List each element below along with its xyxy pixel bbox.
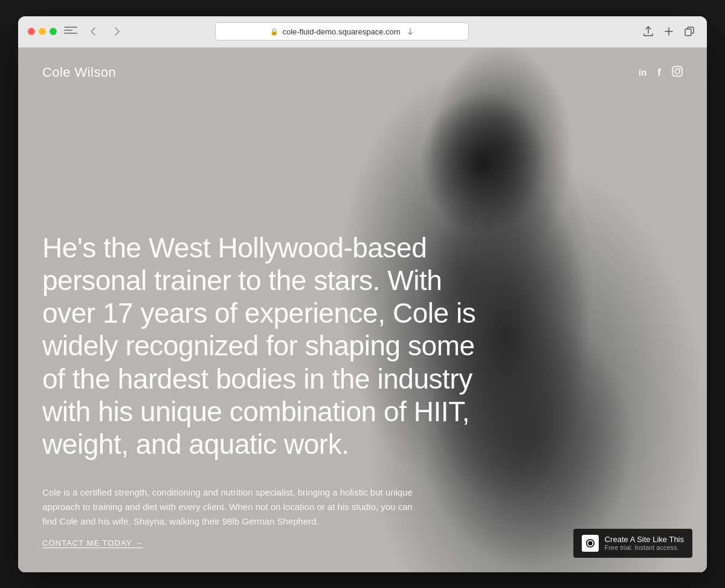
badge-title: Create A Site Like This: [605, 535, 684, 544]
browser-chrome: 🔒 cole-fluid-demo.squarespace.com: [18, 16, 707, 48]
back-button[interactable]: [85, 25, 102, 38]
browser-actions: [640, 24, 697, 39]
browser-window: 🔒 cole-fluid-demo.squarespace.com: [18, 16, 707, 572]
address-bar[interactable]: 🔒 cole-fluid-demo.squarespace.com: [215, 22, 469, 40]
squarespace-badge-text: Create A Site Like This Free trial. Inst…: [605, 535, 684, 551]
url-text: cole-fluid-demo.squarespace.com: [282, 27, 400, 36]
hero-bio: Cole is a certified strength, conditioni…: [42, 485, 417, 529]
svg-point-3: [679, 68, 680, 69]
badge-subtitle: Free trial. Instant access.: [605, 544, 684, 551]
linkedin-icon: in: [639, 67, 646, 77]
sidebar-toggle-button[interactable]: [64, 27, 77, 36]
contact-cta-link[interactable]: CONTACT ME TODAY →: [42, 538, 143, 548]
forward-button[interactable]: [109, 25, 126, 38]
duplicate-button[interactable]: [682, 24, 697, 39]
hero-content: He's the West Hollywood-based personal t…: [18, 96, 707, 572]
site-logo[interactable]: Cole Wilson: [42, 65, 116, 80]
squarespace-logo-icon: [582, 535, 599, 552]
new-tab-button[interactable]: [661, 24, 677, 39]
site-header: Cole Wilson in f: [18, 48, 707, 97]
hero-subtext: Cole is a certified strength, conditioni…: [42, 485, 417, 548]
svg-point-2: [675, 69, 680, 74]
facebook-icon: f: [657, 66, 661, 78]
fullscreen-button[interactable]: [50, 28, 57, 35]
hero-headline: He's the West Hollywood-based personal t…: [42, 231, 501, 461]
squarespace-badge[interactable]: Create A Site Like This Free trial. Inst…: [573, 529, 692, 558]
linkedin-link[interactable]: in: [639, 67, 646, 78]
social-nav: in f: [639, 66, 683, 79]
svg-rect-0: [685, 29, 691, 36]
svg-rect-1: [672, 66, 682, 76]
share-button[interactable]: [640, 24, 656, 39]
close-button[interactable]: [28, 28, 35, 35]
instagram-icon: [672, 68, 683, 79]
minimize-button[interactable]: [39, 28, 46, 35]
instagram-link[interactable]: [672, 66, 683, 79]
website-content: Cole Wilson in f: [18, 48, 707, 572]
lock-icon: 🔒: [270, 28, 279, 36]
traffic-lights: [28, 28, 57, 35]
facebook-link[interactable]: f: [657, 66, 661, 79]
